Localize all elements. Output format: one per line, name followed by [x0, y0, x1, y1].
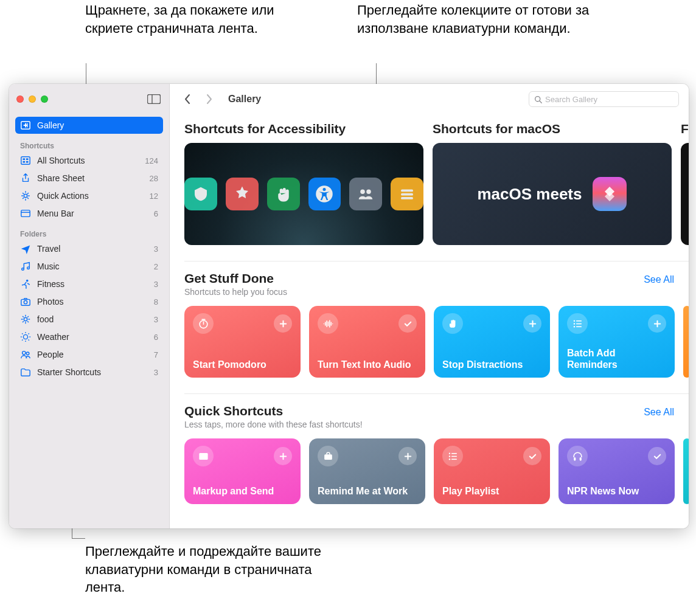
add-button[interactable] — [274, 447, 292, 465]
annotation-sidebar: Преглеждайте и подреждайте вашите клавиа… — [85, 542, 329, 597]
headphones-icon — [567, 446, 588, 466]
sidebar-item-music[interactable]: Music 2 — [15, 258, 163, 275]
hero-next-card[interactable] — [681, 143, 689, 245]
hero-macos-card[interactable]: macOS meets — [433, 143, 672, 245]
shortcut-card-batch-add-reminders[interactable]: Batch Add Reminders — [559, 306, 675, 378]
sidebar-item-label: Travel — [37, 244, 60, 254]
sidebar-item-food[interactable]: food 3 — [15, 311, 163, 328]
svg-rect-3 — [21, 157, 30, 165]
sidebar-item-count: 3 — [154, 315, 158, 324]
shortcuts-app-icon — [593, 177, 627, 211]
shortcut-card-next[interactable] — [683, 438, 689, 504]
card-row: Markup and Send Remind Me at Work Play P… — [184, 438, 674, 504]
hero-next[interactable]: F — [681, 122, 689, 245]
card-row: Start Pomodoro Turn Text Into Audio Stop… — [184, 306, 674, 378]
shortcut-card-start-pomodoro[interactable]: Start Pomodoro — [184, 306, 301, 378]
annotation-collections: Прегледайте колекциите от готови за изпо… — [357, 1, 613, 37]
sidebar-item-people[interactable]: People 7 — [15, 346, 163, 363]
shortcut-card-next[interactable] — [683, 306, 689, 378]
see-all-link[interactable]: See All — [644, 407, 674, 418]
hero-accessibility-card[interactable] — [184, 143, 423, 245]
svg-point-22 — [360, 190, 365, 195]
annotation-sidebar-toggle: Щракнете, за да покажете или скриете стр… — [85, 1, 280, 37]
svg-point-21 — [323, 188, 326, 191]
shortcut-card-markup-and-send[interactable]: Markup and Send — [184, 438, 301, 504]
svg-rect-41 — [451, 452, 457, 454]
sidebar-item-fitness[interactable]: Fitness 3 — [15, 275, 163, 292]
svg-rect-9 — [21, 210, 30, 217]
add-button[interactable] — [648, 314, 666, 333]
shortcut-card-remind-me-at-work[interactable]: Remind Me at Work — [309, 438, 425, 504]
people-icon — [20, 349, 31, 360]
svg-point-28 — [573, 320, 574, 321]
sidebar-item-share-sheet[interactable]: Share Sheet 28 — [15, 170, 163, 187]
add-button[interactable] — [398, 447, 417, 465]
sidebar-item-count: 3 — [154, 244, 158, 254]
minimize-button[interactable] — [29, 95, 36, 103]
gear-icon — [20, 190, 31, 201]
svg-point-13 — [24, 300, 27, 303]
acc-tile-icon — [226, 178, 259, 210]
sidebar-item-label: Gallery — [37, 120, 64, 130]
zoom-button[interactable] — [41, 95, 48, 103]
plane-icon — [20, 243, 31, 254]
hero-title: Shortcuts for macOS — [433, 122, 672, 136]
sidebar-item-travel[interactable]: Travel 3 — [15, 240, 163, 257]
shortcut-card-play-playlist[interactable]: Play Playlist — [434, 438, 550, 504]
hero-row: Shortcuts for Accessibility Shortcuts fo… — [184, 122, 689, 245]
sidebar-item-all-shortcuts[interactable]: All Shortcuts 124 — [15, 152, 163, 169]
list-icon — [442, 446, 463, 466]
svg-point-38 — [448, 452, 450, 454]
shortcut-card-turn-text-into-audio[interactable]: Turn Text Into Audio — [309, 306, 425, 378]
back-button[interactable] — [179, 91, 195, 108]
shortcut-card-npr-news-now[interactable]: NPR News Now — [559, 438, 675, 504]
svg-rect-0 — [148, 95, 161, 104]
sidebar-item-gallery[interactable]: Gallery — [15, 117, 163, 134]
sidebar-item-quick-actions[interactable]: Quick Actions 12 — [15, 187, 163, 204]
sidebar-item-menu-bar[interactable]: Menu Bar 6 — [15, 205, 163, 222]
sidebar-item-count: 7 — [154, 350, 158, 359]
sidebar-item-label: People — [37, 350, 64, 359]
camera-icon — [20, 296, 31, 307]
sidebar-item-label: food — [37, 314, 54, 324]
breadcrumb-title: Gallery — [228, 94, 261, 105]
sidebar-item-label: Fitness — [37, 279, 64, 289]
acc-tile-icon — [267, 178, 300, 210]
shortcut-card-label: Remind Me at Work — [318, 485, 417, 497]
forward-button[interactable] — [201, 91, 217, 108]
svg-rect-43 — [451, 459, 457, 460]
wave-icon — [318, 313, 338, 334]
toolbar: Gallery — [170, 84, 689, 114]
svg-point-17 — [26, 352, 29, 355]
sidebar-item-weather[interactable]: Weather 6 — [15, 328, 163, 345]
hero-title: F — [681, 122, 689, 136]
svg-rect-26 — [401, 197, 413, 199]
svg-rect-33 — [576, 326, 582, 327]
svg-rect-45 — [579, 457, 581, 461]
hero-macos[interactable]: Shortcuts for macOS macOS meets — [433, 122, 672, 245]
search-input[interactable] — [545, 95, 673, 104]
shortcut-card-stop-distractions[interactable]: Stop Distractions — [434, 306, 550, 378]
sidebar-item-label: Starter Shortcuts — [37, 367, 101, 377]
shortcut-card-label: Start Pomodoro — [193, 359, 292, 370]
sun-icon — [20, 331, 31, 342]
sidebar-item-starter-shortcuts[interactable]: Starter Shortcuts 3 — [15, 364, 163, 381]
add-button[interactable] — [274, 314, 292, 333]
sidebar-item-label: Share Sheet — [37, 173, 85, 183]
sidebar-item-count: 3 — [154, 368, 158, 377]
shortcut-card-label: Stop Distractions — [442, 359, 541, 370]
add-button[interactable] — [523, 314, 541, 333]
shortcut-card-label: Play Playlist — [442, 485, 541, 497]
hero-accessibility[interactable]: Shortcuts for Accessibility — [184, 122, 423, 245]
titlebar — [9, 84, 169, 114]
sidebar-toggle-button[interactable] — [146, 93, 162, 105]
added-check-icon — [398, 314, 417, 333]
close-button[interactable] — [16, 95, 24, 103]
share-icon — [20, 173, 31, 184]
see-all-link[interactable]: See All — [644, 274, 674, 285]
sidebar-item-photos[interactable]: Photos 8 — [15, 293, 163, 310]
svg-rect-42 — [451, 455, 457, 457]
svg-rect-32 — [576, 323, 582, 324]
timer-icon — [193, 313, 214, 334]
search-field[interactable] — [529, 91, 679, 107]
